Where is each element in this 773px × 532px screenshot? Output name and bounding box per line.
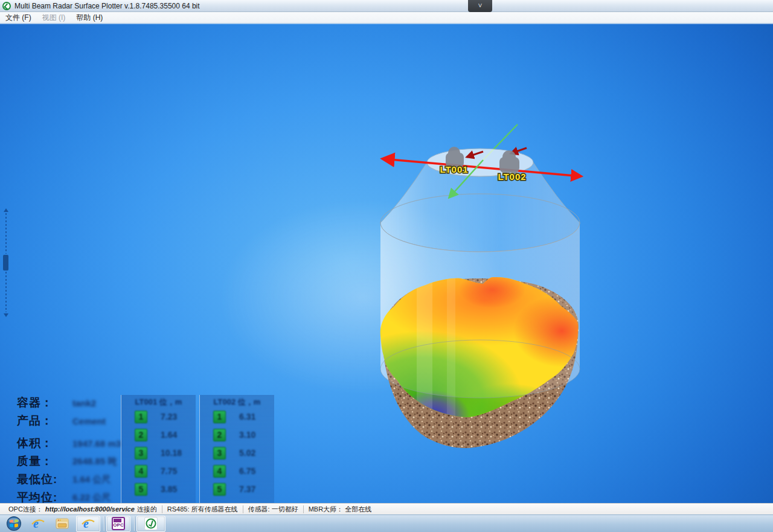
internet-explorer-icon: e xyxy=(31,516,45,531)
level-value: 7.75 xyxy=(161,466,177,476)
table-row: 47.75 xyxy=(121,462,196,480)
level-value: 7.37 xyxy=(239,484,255,494)
svg-text:e: e xyxy=(83,517,89,530)
info-label: 产品： xyxy=(17,413,72,429)
folder-window-icon xyxy=(55,516,69,531)
taskbar-plotter-app[interactable] xyxy=(136,516,165,532)
beam-index-badge: 1 xyxy=(213,411,226,423)
info-label: 容器： xyxy=(17,395,72,411)
vertical-scale-slider[interactable] xyxy=(2,208,10,317)
info-value: 6.22 公尺 xyxy=(72,492,111,504)
status-rs485: RS485: 所有传感器在线 xyxy=(162,505,243,514)
table-row: 46.75 xyxy=(200,462,274,480)
info-value: 1947.68 m3 xyxy=(72,438,121,449)
table-row: 310.18 xyxy=(121,444,196,462)
table-row: 23.10 xyxy=(200,426,274,444)
beam-index-badge: 2 xyxy=(135,429,147,441)
table-row: 53.85 xyxy=(121,480,196,498)
level-value: 7.23 xyxy=(161,412,177,421)
beam-index-badge: 5 xyxy=(135,483,147,496)
lt001-table-header: LT001 位，m xyxy=(121,397,196,408)
table-row: 21.64 xyxy=(121,426,196,444)
taskbar-ie-icon-1[interactable]: e xyxy=(28,516,48,532)
beam-index-badge: 4 xyxy=(135,465,147,478)
app-window: Multi Beam Radar Surface Plotter v.1.8.7… xyxy=(0,0,773,532)
info-row-volume: 体积： 1947.68 m3 xyxy=(17,434,121,452)
beam-index-badge: 4 xyxy=(213,465,226,478)
opc-icon-band xyxy=(114,519,121,522)
table-row: 35.02 xyxy=(200,444,274,462)
info-row-container: 容器： tank2 xyxy=(17,394,121,412)
sensor1-label: LT001 xyxy=(440,164,468,175)
status-mbr: MBR大师： 全部在线 xyxy=(304,505,377,514)
status-bar: OPC连接： http://localhost:8000/service 连接的… xyxy=(0,503,773,514)
info-label: 质量： xyxy=(17,453,72,469)
beam-index-badge: 3 xyxy=(135,447,147,460)
beam-index-badge: 5 xyxy=(213,483,226,496)
menu-file[interactable]: 文件 (F) xyxy=(0,12,37,23)
taskbar-ie-icon-2[interactable]: e xyxy=(76,516,100,532)
lt001-level-table: LT001 位，m 17.23 21.64 310.18 47.75 53.85 xyxy=(121,395,196,517)
opc-app-icon: OPC xyxy=(112,517,125,530)
opc-icon-text: OPC xyxy=(113,522,123,529)
info-label: 体积： xyxy=(17,435,72,451)
level-value: 10.18 xyxy=(161,448,182,458)
info-row-product: 产品： Cement xyxy=(17,412,121,430)
slider-down-arrow-icon xyxy=(4,313,8,317)
menu-view[interactable]: 视图 (I) xyxy=(37,12,71,23)
beam-index-badge: 2 xyxy=(213,429,226,441)
level-value: 6.75 xyxy=(239,466,255,476)
internet-explorer-icon: e xyxy=(81,516,95,531)
sensor2-label: LT002 xyxy=(498,171,526,182)
opc-url: http://localhost:8000/service xyxy=(45,505,135,513)
table-row: 16.31 xyxy=(200,408,274,426)
titlebar-dropdown-button[interactable]: ˅ xyxy=(468,0,492,12)
info-value: tank2 xyxy=(72,398,96,408)
info-row-min-level: 最低位: 1.64 公尺 xyxy=(17,470,121,489)
lt002-table-header: LT002 位，m xyxy=(200,397,274,408)
taskbar-opc-app[interactable]: OPC xyxy=(106,516,130,532)
windows-taskbar: e e OPC xyxy=(0,514,773,532)
divider xyxy=(104,516,104,531)
table-row: 57.37 xyxy=(200,480,274,498)
svg-text:e: e xyxy=(33,517,39,530)
plotter-app-icon xyxy=(144,517,158,530)
level-value: 1.64 xyxy=(161,430,177,440)
level-value: 3.10 xyxy=(239,430,255,440)
window-title: Multi Beam Radar Surface Plotter v.1.8.7… xyxy=(14,2,200,10)
status-opc: OPC连接： http://localhost:8000/service 连接的 xyxy=(4,505,162,514)
slider-handle[interactable] xyxy=(3,255,8,271)
menu-help[interactable]: 帮助 (H) xyxy=(71,12,108,23)
opc-state: 连接的 xyxy=(137,505,157,514)
info-value: 1.64 公尺 xyxy=(72,474,111,486)
status-sensors: 传感器: 一切都好 xyxy=(243,505,303,514)
beam-index-badge: 1 xyxy=(135,411,147,423)
divider xyxy=(134,516,135,531)
start-button[interactable] xyxy=(4,516,24,532)
info-value: Cement xyxy=(72,416,106,426)
taskbar-explorer-icon[interactable] xyxy=(52,516,72,532)
level-value: 5.02 xyxy=(239,448,255,458)
opc-label: OPC连接： xyxy=(8,505,43,514)
info-label: 最低位: xyxy=(17,472,72,487)
beam-index-badge: 3 xyxy=(213,447,226,460)
app-logo-icon xyxy=(2,2,11,10)
viewport-3d[interactable]: LT001 LT002 容器： tank2 产品： Cement xyxy=(0,24,773,503)
level-value: 3.85 xyxy=(161,484,177,494)
info-row-mass: 质量： 2648.85 吨 xyxy=(17,452,121,470)
table-row: 17.23 xyxy=(121,408,196,426)
info-value: 2648.85 吨 xyxy=(72,456,117,467)
windows-orb-icon xyxy=(6,516,22,531)
title-bar[interactable]: Multi Beam Radar Surface Plotter v.1.8.7… xyxy=(0,0,773,12)
slider-track xyxy=(5,213,7,254)
menu-bar: 文件 (F) 视图 (I) 帮助 (H) xyxy=(0,12,773,24)
lt002-level-table: LT002 位，m 16.31 23.10 35.02 46.75 57.37 xyxy=(199,395,274,517)
chevron-down-icon: ˅ xyxy=(478,3,482,9)
slider-track xyxy=(5,272,7,312)
slider-up-arrow-icon xyxy=(4,208,8,212)
level-value: 6.31 xyxy=(239,412,255,421)
